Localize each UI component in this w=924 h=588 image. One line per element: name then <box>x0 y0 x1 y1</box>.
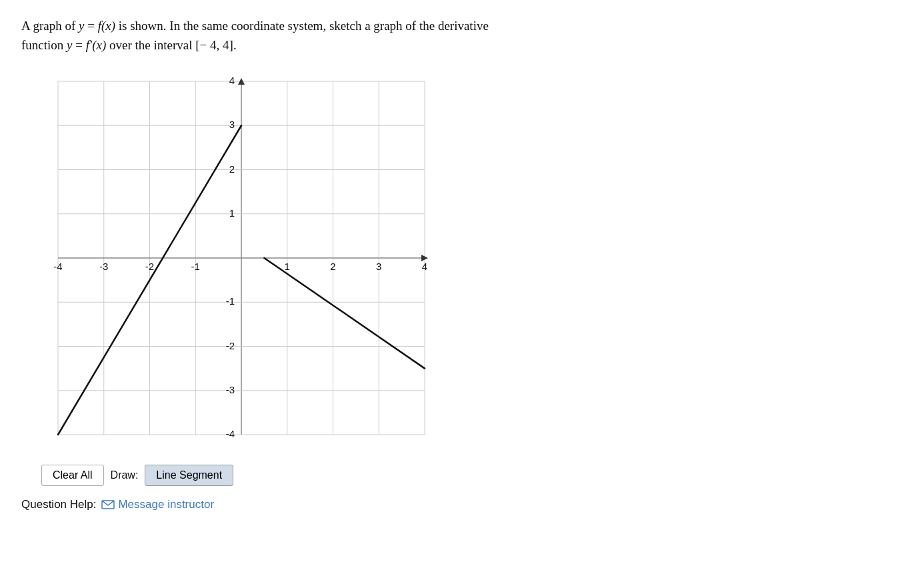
graph-controls: Clear All Draw: Line Segment <box>41 465 233 486</box>
svg-text:-4: -4 <box>53 261 62 272</box>
svg-text:-1: -1 <box>226 295 235 307</box>
interval-values: 4, 4]. <box>207 38 236 52</box>
problem-text-part2: is shown. In the same coordinate system,… <box>115 19 489 33</box>
svg-text:1: 1 <box>285 261 290 272</box>
question-help-label: Question Help: <box>21 498 96 511</box>
question-help: Question Help: Message instructor <box>21 498 903 511</box>
svg-text:-1: -1 <box>191 261 200 272</box>
message-instructor-label: Message instructor <box>118 498 214 511</box>
line-segment-button[interactable]: Line Segment <box>145 465 233 486</box>
svg-text:2: 2 <box>330 261 335 272</box>
mail-icon <box>101 500 115 509</box>
svg-text:4: 4 <box>422 261 427 272</box>
interval-text: over the interval [ <box>106 38 199 52</box>
svg-text:3: 3 <box>229 119 235 130</box>
function-label: function <box>21 38 67 52</box>
svg-text:-3: -3 <box>226 384 235 395</box>
svg-text:-4: -4 <box>226 428 235 439</box>
fx-expr: f(x) <box>98 19 115 33</box>
minus-sign: − <box>200 38 207 52</box>
problem-text-part1: A graph of <box>21 19 79 33</box>
svg-text:2: 2 <box>229 163 235 174</box>
svg-text:4: 4 <box>229 75 235 86</box>
svg-text:-2: -2 <box>145 261 154 272</box>
graph-line-2 <box>264 258 425 369</box>
message-instructor-link[interactable]: Message instructor <box>101 498 214 511</box>
clear-all-button[interactable]: Clear All <box>41 465 104 486</box>
graph-area: 4 3 2 1 -1 -2 -3 -4 -4 -3 -2 -1 1 2 3 4 <box>21 71 903 486</box>
svg-text:-2: -2 <box>226 339 235 351</box>
fpx-expr: f′(x) <box>86 38 107 52</box>
svg-text:3: 3 <box>376 261 381 272</box>
svg-text:1: 1 <box>229 207 235 219</box>
graph-container[interactable]: 4 3 2 1 -1 -2 -3 -4 -4 -3 -2 -1 1 2 3 4 <box>21 71 435 458</box>
equals-sign2: = <box>73 38 86 52</box>
problem-statement: A graph of y = f(x) is shown. In the sam… <box>21 16 621 55</box>
draw-label: Draw: <box>111 469 139 481</box>
coordinate-graph[interactable]: 4 3 2 1 -1 -2 -3 -4 -4 -3 -2 -1 1 2 3 4 <box>21 71 435 458</box>
y2-var: y <box>67 38 72 52</box>
svg-text:-3: -3 <box>99 261 108 272</box>
equals-sign: = <box>84 19 97 33</box>
